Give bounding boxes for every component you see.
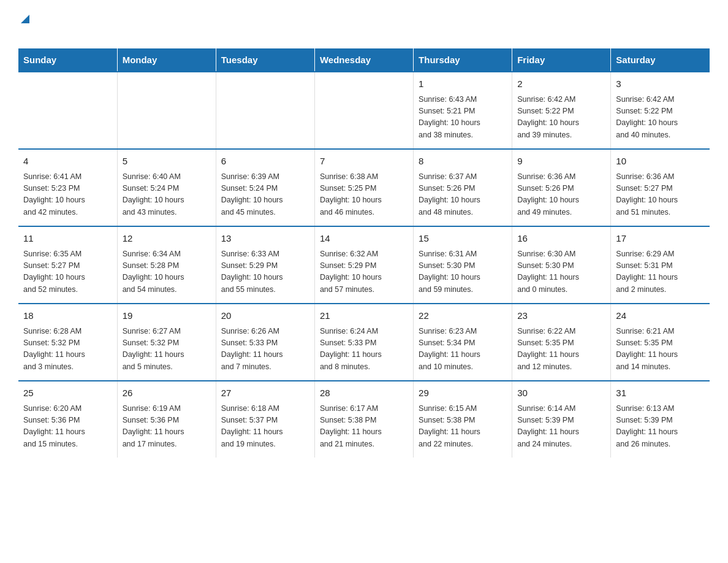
day-number: 24 bbox=[616, 309, 705, 323]
calendar-cell: 24Sunrise: 6:21 AM Sunset: 5:35 PM Dayli… bbox=[611, 304, 710, 381]
calendar-cell: 4Sunrise: 6:41 AM Sunset: 5:23 PM Daylig… bbox=[18, 149, 117, 226]
calendar-cell: 23Sunrise: 6:22 AM Sunset: 5:35 PM Dayli… bbox=[512, 304, 611, 381]
calendar-header-tuesday: Tuesday bbox=[216, 48, 314, 72]
day-info: Sunrise: 6:31 AM Sunset: 5:30 PM Dayligh… bbox=[419, 248, 507, 296]
calendar-body: 1Sunrise: 6:43 AM Sunset: 5:21 PM Daylig… bbox=[18, 72, 710, 458]
calendar-cell: 28Sunrise: 6:17 AM Sunset: 5:38 PM Dayli… bbox=[314, 381, 413, 458]
calendar-cell: 6Sunrise: 6:39 AM Sunset: 5:24 PM Daylig… bbox=[216, 149, 314, 226]
day-number: 17 bbox=[616, 232, 705, 246]
calendar-cell: 8Sunrise: 6:37 AM Sunset: 5:26 PM Daylig… bbox=[414, 149, 512, 226]
calendar-header-friday: Friday bbox=[512, 48, 611, 72]
calendar-cell: 25Sunrise: 6:20 AM Sunset: 5:36 PM Dayli… bbox=[18, 381, 117, 458]
day-info: Sunrise: 6:17 AM Sunset: 5:38 PM Dayligh… bbox=[320, 403, 408, 451]
calendar-header-sunday: Sunday bbox=[18, 48, 117, 72]
day-number: 1 bbox=[419, 77, 507, 91]
day-info: Sunrise: 6:30 AM Sunset: 5:30 PM Dayligh… bbox=[517, 248, 605, 296]
day-number: 10 bbox=[616, 155, 705, 169]
day-info: Sunrise: 6:29 AM Sunset: 5:31 PM Dayligh… bbox=[616, 248, 705, 296]
day-number: 12 bbox=[123, 232, 211, 246]
calendar-header-thursday: Thursday bbox=[414, 48, 512, 72]
day-info: Sunrise: 6:35 AM Sunset: 5:27 PM Dayligh… bbox=[23, 248, 112, 296]
calendar-cell: 17Sunrise: 6:29 AM Sunset: 5:31 PM Dayli… bbox=[611, 226, 710, 304]
day-info: Sunrise: 6:20 AM Sunset: 5:36 PM Dayligh… bbox=[23, 403, 112, 451]
calendar-week-row: 25Sunrise: 6:20 AM Sunset: 5:36 PM Dayli… bbox=[18, 381, 710, 458]
day-info: Sunrise: 6:24 AM Sunset: 5:33 PM Dayligh… bbox=[320, 326, 408, 373]
day-number: 5 bbox=[123, 155, 211, 169]
calendar-cell: 16Sunrise: 6:30 AM Sunset: 5:30 PM Dayli… bbox=[512, 226, 611, 304]
day-number: 14 bbox=[320, 232, 408, 246]
day-number: 7 bbox=[320, 155, 408, 169]
calendar-cell: 27Sunrise: 6:18 AM Sunset: 5:37 PM Dayli… bbox=[216, 381, 314, 458]
day-number: 16 bbox=[517, 232, 605, 246]
day-info: Sunrise: 6:40 AM Sunset: 5:24 PM Dayligh… bbox=[123, 171, 211, 219]
calendar-cell: 10Sunrise: 6:36 AM Sunset: 5:27 PM Dayli… bbox=[611, 149, 710, 226]
day-info: Sunrise: 6:19 AM Sunset: 5:36 PM Dayligh… bbox=[123, 403, 211, 451]
day-number: 13 bbox=[221, 232, 309, 246]
calendar-cell: 31Sunrise: 6:13 AM Sunset: 5:39 PM Dayli… bbox=[611, 381, 710, 458]
day-info: Sunrise: 6:36 AM Sunset: 5:26 PM Dayligh… bbox=[517, 171, 605, 219]
calendar-header: SundayMondayTuesdayWednesdayThursdayFrid… bbox=[18, 48, 710, 72]
calendar-cell: 22Sunrise: 6:23 AM Sunset: 5:34 PM Dayli… bbox=[414, 304, 512, 381]
calendar-cell: 15Sunrise: 6:31 AM Sunset: 5:30 PM Dayli… bbox=[414, 226, 512, 304]
calendar-cell: 30Sunrise: 6:14 AM Sunset: 5:39 PM Dayli… bbox=[512, 381, 611, 458]
day-info: Sunrise: 6:42 AM Sunset: 5:22 PM Dayligh… bbox=[616, 94, 705, 142]
day-number: 23 bbox=[517, 309, 605, 323]
calendar-week-row: 18Sunrise: 6:28 AM Sunset: 5:32 PM Dayli… bbox=[18, 304, 710, 381]
day-number: 30 bbox=[517, 386, 605, 400]
calendar-week-row: 1Sunrise: 6:43 AM Sunset: 5:21 PM Daylig… bbox=[18, 72, 710, 149]
calendar-header-wednesday: Wednesday bbox=[314, 48, 413, 72]
day-number: 25 bbox=[23, 386, 112, 400]
day-number: 4 bbox=[23, 155, 112, 169]
day-number: 9 bbox=[517, 155, 605, 169]
day-number: 22 bbox=[419, 309, 507, 323]
calendar-cell: 12Sunrise: 6:34 AM Sunset: 5:28 PM Dayli… bbox=[117, 226, 216, 304]
calendar-cell bbox=[216, 72, 314, 149]
day-info: Sunrise: 6:14 AM Sunset: 5:39 PM Dayligh… bbox=[517, 403, 605, 451]
calendar-cell: 3Sunrise: 6:42 AM Sunset: 5:22 PM Daylig… bbox=[611, 72, 710, 149]
calendar-cell: 5Sunrise: 6:40 AM Sunset: 5:24 PM Daylig… bbox=[117, 149, 216, 226]
day-number: 2 bbox=[517, 77, 605, 91]
calendar-cell: 20Sunrise: 6:26 AM Sunset: 5:33 PM Dayli… bbox=[216, 304, 314, 381]
calendar-cell: 2Sunrise: 6:42 AM Sunset: 5:22 PM Daylig… bbox=[512, 72, 611, 149]
day-info: Sunrise: 6:34 AM Sunset: 5:28 PM Dayligh… bbox=[123, 248, 211, 296]
calendar-cell bbox=[117, 72, 216, 149]
calendar-cell bbox=[314, 72, 413, 149]
calendar-cell: 9Sunrise: 6:36 AM Sunset: 5:26 PM Daylig… bbox=[512, 149, 611, 226]
day-number: 20 bbox=[221, 309, 309, 323]
calendar-header-saturday: Saturday bbox=[611, 48, 710, 72]
day-number: 11 bbox=[23, 232, 112, 246]
day-info: Sunrise: 6:27 AM Sunset: 5:32 PM Dayligh… bbox=[123, 326, 211, 373]
day-info: Sunrise: 6:41 AM Sunset: 5:23 PM Dayligh… bbox=[23, 171, 112, 219]
calendar-week-row: 11Sunrise: 6:35 AM Sunset: 5:27 PM Dayli… bbox=[18, 226, 710, 304]
day-info: Sunrise: 6:39 AM Sunset: 5:24 PM Dayligh… bbox=[221, 171, 309, 219]
day-info: Sunrise: 6:26 AM Sunset: 5:33 PM Dayligh… bbox=[221, 326, 309, 373]
day-info: Sunrise: 6:36 AM Sunset: 5:27 PM Dayligh… bbox=[616, 171, 705, 219]
day-info: Sunrise: 6:15 AM Sunset: 5:38 PM Dayligh… bbox=[419, 403, 507, 451]
calendar-cell: 18Sunrise: 6:28 AM Sunset: 5:32 PM Dayli… bbox=[18, 304, 117, 381]
day-number: 6 bbox=[221, 155, 309, 169]
day-number: 19 bbox=[123, 309, 211, 323]
day-info: Sunrise: 6:32 AM Sunset: 5:29 PM Dayligh… bbox=[320, 248, 408, 296]
day-number: 15 bbox=[419, 232, 507, 246]
day-number: 28 bbox=[320, 386, 408, 400]
svg-marker-0 bbox=[21, 15, 29, 23]
day-number: 18 bbox=[23, 309, 112, 323]
calendar-cell: 7Sunrise: 6:38 AM Sunset: 5:25 PM Daylig… bbox=[314, 149, 413, 226]
day-info: Sunrise: 6:13 AM Sunset: 5:39 PM Dayligh… bbox=[616, 403, 705, 451]
day-number: 26 bbox=[123, 386, 211, 400]
calendar-cell: 14Sunrise: 6:32 AM Sunset: 5:29 PM Dayli… bbox=[314, 226, 413, 304]
calendar-cell: 21Sunrise: 6:24 AM Sunset: 5:33 PM Dayli… bbox=[314, 304, 413, 381]
day-number: 3 bbox=[616, 77, 705, 91]
calendar-cell: 19Sunrise: 6:27 AM Sunset: 5:32 PM Dayli… bbox=[117, 304, 216, 381]
calendar-header-monday: Monday bbox=[117, 48, 216, 72]
day-number: 8 bbox=[419, 155, 507, 169]
day-number: 27 bbox=[221, 386, 309, 400]
day-number: 29 bbox=[419, 386, 507, 400]
day-info: Sunrise: 6:38 AM Sunset: 5:25 PM Dayligh… bbox=[320, 171, 408, 219]
calendar-cell: 1Sunrise: 6:43 AM Sunset: 5:21 PM Daylig… bbox=[414, 72, 512, 149]
day-info: Sunrise: 6:21 AM Sunset: 5:35 PM Dayligh… bbox=[616, 326, 705, 373]
calendar-header-row: SundayMondayTuesdayWednesdayThursdayFrid… bbox=[18, 48, 710, 72]
calendar-cell: 29Sunrise: 6:15 AM Sunset: 5:38 PM Dayli… bbox=[414, 381, 512, 458]
calendar-cell: 13Sunrise: 6:33 AM Sunset: 5:29 PM Dayli… bbox=[216, 226, 314, 304]
day-info: Sunrise: 6:33 AM Sunset: 5:29 PM Dayligh… bbox=[221, 248, 309, 296]
